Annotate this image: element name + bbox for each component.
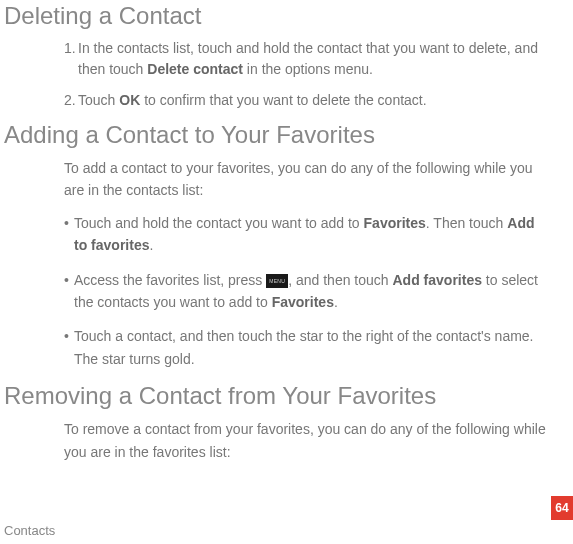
intro-removing: To remove a contact from your favorites,…: [64, 418, 551, 463]
step-number: 2.: [64, 90, 76, 111]
heading-deleting: Deleting a Contact: [4, 2, 561, 30]
menu-icon: MENU: [266, 274, 288, 288]
step-text: to confirm that you want to delete the c…: [140, 92, 426, 108]
bullet-bold: Favorites: [272, 294, 334, 310]
bullet-text: Access the favorites list, press: [74, 272, 266, 288]
bullet-text: .: [334, 294, 338, 310]
bullet-text: .: [149, 237, 153, 253]
step-bold: Delete contact: [147, 61, 243, 77]
footer-section-label: Contacts: [4, 523, 55, 538]
bullet-item: • Touch a contact, and then touch the st…: [64, 325, 551, 370]
bullet-dot: •: [64, 269, 69, 291]
page-number-tab: 64: [551, 496, 573, 520]
heading-removing: Removing a Contact from Your Favorites: [4, 382, 561, 410]
bullet-dot: •: [64, 212, 69, 234]
step-text: in the options menu.: [243, 61, 373, 77]
bullet-bold: Favorites: [364, 215, 426, 231]
bullet-text: Touch a contact, and then touch the star…: [74, 328, 534, 366]
step-1: 1. In the contacts list, touch and hold …: [64, 38, 551, 80]
bullet-item: • Access the favorites list, press MENU,…: [64, 269, 551, 314]
bullet-bold: Add favorites: [393, 272, 482, 288]
bullet-text: Touch and hold the contact you want to a…: [74, 215, 364, 231]
step-bold: OK: [119, 92, 140, 108]
bullet-text: , and then touch: [288, 272, 392, 288]
step-2: 2. Touch OK to confirm that you want to …: [64, 90, 551, 111]
bullet-dot: •: [64, 325, 69, 347]
step-number: 1.: [64, 38, 76, 59]
bullet-item: • Touch and hold the contact you want to…: [64, 212, 551, 257]
heading-adding: Adding a Contact to Your Favorites: [4, 121, 561, 149]
intro-adding: To add a contact to your favorites, you …: [64, 157, 551, 202]
bullet-text: . Then touch: [426, 215, 507, 231]
step-text: Touch: [78, 92, 119, 108]
